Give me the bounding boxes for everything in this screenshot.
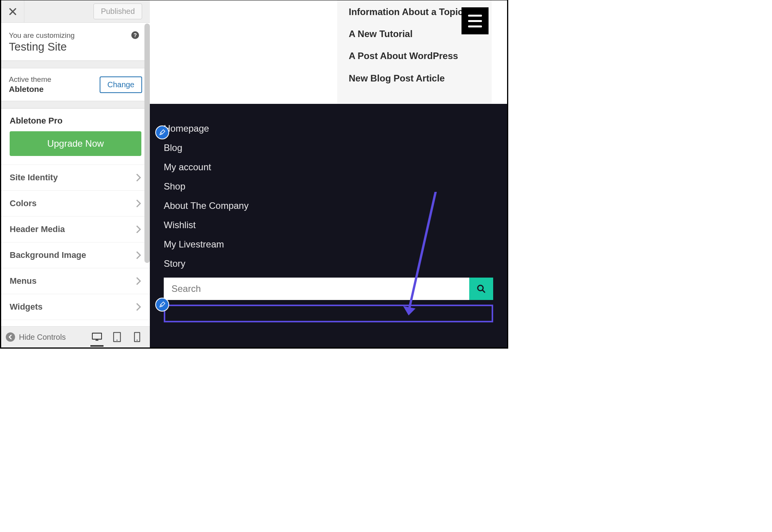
divider [1,101,150,108]
footer-search-form [164,278,493,300]
recent-post-link[interactable]: A Post About WordPress [349,50,480,62]
footer-nav-item[interactable]: Homepage [164,123,493,134]
chevron-right-icon [136,251,141,259]
site-title: Testing Site [9,41,142,53]
menu-toggle-button[interactable] [462,7,489,34]
change-theme-button[interactable]: Change [100,76,142,93]
panel-label: Site Identity [10,173,58,183]
pencil-icon [159,129,165,136]
panel-label: Colors [10,198,37,208]
search-input[interactable] [164,278,469,300]
customizer-window: Published You are customizing Testing Si… [0,0,508,349]
close-icon [8,7,17,16]
sidebar-footer: Hide Controls [1,326,150,347]
mobile-icon [134,332,140,342]
footer-nav-item[interactable]: My Livestream [164,239,493,250]
chevron-right-icon [136,173,141,182]
published-status: Published [93,3,142,19]
active-theme-row: Active theme Abletone Change [1,68,150,101]
customizing-label: You are customizing [9,31,142,40]
chevron-right-icon [136,199,141,208]
pencil-icon [159,302,165,308]
panel-menus[interactable]: Menus [1,268,150,294]
site-footer: Homepage Blog My account Shop About The … [150,104,507,347]
recent-post-link[interactable]: Information About a Topic [349,6,480,18]
tablet-icon [113,332,121,342]
scrollbar[interactable] [144,24,150,263]
footer-nav-item[interactable]: Shop [164,181,493,192]
preview-pane: Information About a Topic A New Tutorial… [150,0,507,347]
active-theme-name: Abletone [9,85,51,94]
panel-site-identity[interactable]: Site Identity [1,165,150,191]
panel-label: Header Media [10,224,65,234]
active-theme-label: Active theme [9,75,51,84]
search-icon [477,284,486,293]
panel-widgets[interactable]: Widgets [1,294,150,320]
customizing-header: You are customizing Testing Site ? [1,23,150,61]
mobile-preview-button[interactable] [132,332,142,342]
panel-label: Background Image [10,250,86,260]
chevron-right-icon [136,225,141,234]
chevron-right-icon [136,303,141,311]
collapse-icon [6,332,15,342]
annotation-highlight [164,305,493,322]
desktop-icon [92,332,102,342]
footer-nav-item[interactable]: My account [164,162,493,173]
svg-point-2 [117,340,118,341]
divider [1,61,150,68]
footer-nav-item[interactable]: About The Company [164,200,493,211]
hamburger-icon [468,20,482,22]
recent-post-link[interactable]: New Blog Post Article [349,72,480,84]
panel-background-image[interactable]: Background Image [1,242,150,268]
panel-label: Menus [10,276,37,286]
hamburger-icon [468,25,482,27]
close-button[interactable] [1,0,24,23]
sidebar-top-bar: Published [1,0,150,23]
panel-label: Widgets [10,302,42,312]
upgrade-title: Abletone Pro [10,116,141,126]
tablet-preview-button[interactable] [112,332,122,342]
panel-homepage-settings[interactable]: Homepage Settings [1,320,150,326]
footer-nav-menu: Homepage Blog My account Shop About The … [164,123,493,269]
upgrade-button[interactable]: Upgrade Now [10,131,141,156]
panel-colors[interactable]: Colors [1,191,150,217]
edit-shortcut-search[interactable] [155,298,169,312]
edit-shortcut-nav[interactable] [155,125,169,139]
footer-nav-item[interactable]: Story [164,258,493,269]
chevron-right-icon [136,277,141,285]
svg-point-4 [137,340,138,341]
desktop-preview-button[interactable] [92,332,102,342]
hamburger-icon [468,15,482,17]
svg-rect-0 [92,333,102,339]
hide-controls-label: Hide Controls [19,333,66,342]
hide-controls-button[interactable]: Hide Controls [6,332,66,342]
footer-nav-item[interactable]: Blog [164,142,493,153]
device-preview-toggle [92,332,145,342]
customizer-sidebar: Published You are customizing Testing Si… [1,0,150,347]
recent-post-link[interactable]: A New Tutorial [349,28,480,40]
panel-header-media[interactable]: Header Media [1,217,150,242]
search-button[interactable] [469,278,493,300]
help-icon[interactable]: ? [131,31,139,39]
upgrade-section: Abletone Pro Upgrade Now [1,108,150,165]
footer-nav-item[interactable]: Wishlist [164,220,493,230]
sidebar-scroll: Published You are customizing Testing Si… [1,0,150,326]
